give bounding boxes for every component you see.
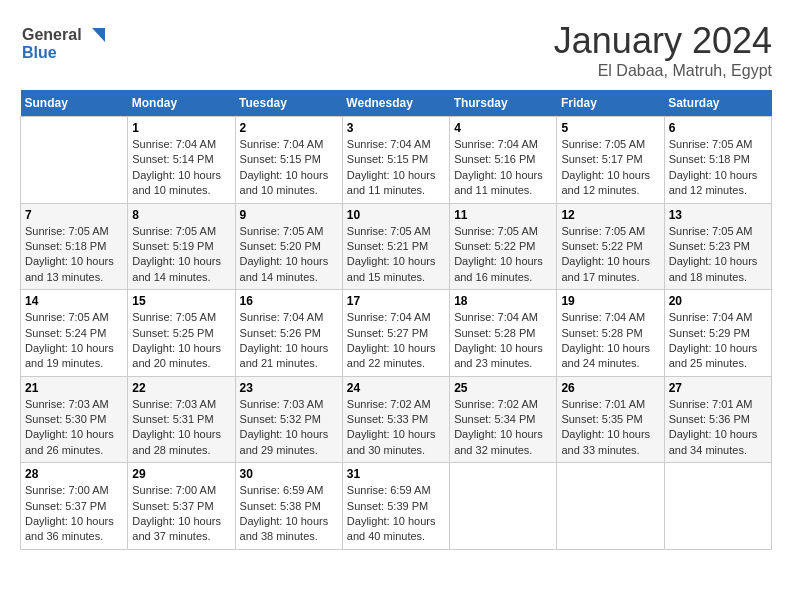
weekday-header-thursday: Thursday [450,90,557,117]
day-number: 2 [240,121,338,135]
day-info: Sunrise: 6:59 AMSunset: 5:38 PMDaylight:… [240,483,338,545]
weekday-header-tuesday: Tuesday [235,90,342,117]
title-area: January 2024 El Dabaa, Matruh, Egypt [554,20,772,80]
day-number: 20 [669,294,767,308]
day-cell: 14Sunrise: 7:05 AMSunset: 5:24 PMDayligh… [21,290,128,377]
day-number: 12 [561,208,659,222]
day-cell: 12Sunrise: 7:05 AMSunset: 5:22 PMDayligh… [557,203,664,290]
day-number: 17 [347,294,445,308]
day-number: 25 [454,381,552,395]
day-cell: 31Sunrise: 6:59 AMSunset: 5:39 PMDayligh… [342,463,449,550]
day-info: Sunrise: 7:05 AMSunset: 5:23 PMDaylight:… [669,224,767,286]
week-row-1: 1Sunrise: 7:04 AMSunset: 5:14 PMDaylight… [21,117,772,204]
day-cell: 25Sunrise: 7:02 AMSunset: 5:34 PMDayligh… [450,376,557,463]
svg-text:General: General [22,26,82,43]
day-cell: 1Sunrise: 7:04 AMSunset: 5:14 PMDaylight… [128,117,235,204]
day-number: 15 [132,294,230,308]
day-info: Sunrise: 7:04 AMSunset: 5:14 PMDaylight:… [132,137,230,199]
day-info: Sunrise: 7:05 AMSunset: 5:19 PMDaylight:… [132,224,230,286]
day-info: Sunrise: 7:04 AMSunset: 5:26 PMDaylight:… [240,310,338,372]
day-info: Sunrise: 7:04 AMSunset: 5:27 PMDaylight:… [347,310,445,372]
week-row-2: 7Sunrise: 7:05 AMSunset: 5:18 PMDaylight… [21,203,772,290]
calendar-table: SundayMondayTuesdayWednesdayThursdayFrid… [20,90,772,550]
day-info: Sunrise: 7:04 AMSunset: 5:15 PMDaylight:… [240,137,338,199]
day-number: 27 [669,381,767,395]
svg-text:Blue: Blue [22,44,57,61]
day-number: 18 [454,294,552,308]
day-cell: 30Sunrise: 6:59 AMSunset: 5:38 PMDayligh… [235,463,342,550]
day-cell: 21Sunrise: 7:03 AMSunset: 5:30 PMDayligh… [21,376,128,463]
day-number: 30 [240,467,338,481]
day-info: Sunrise: 7:05 AMSunset: 5:25 PMDaylight:… [132,310,230,372]
day-info: Sunrise: 7:03 AMSunset: 5:32 PMDaylight:… [240,397,338,459]
day-info: Sunrise: 7:04 AMSunset: 5:29 PMDaylight:… [669,310,767,372]
day-number: 6 [669,121,767,135]
svg-marker-1 [92,28,105,42]
day-info: Sunrise: 7:05 AMSunset: 5:24 PMDaylight:… [25,310,123,372]
day-cell: 27Sunrise: 7:01 AMSunset: 5:36 PMDayligh… [664,376,771,463]
day-info: Sunrise: 7:05 AMSunset: 5:22 PMDaylight:… [561,224,659,286]
weekday-header-saturday: Saturday [664,90,771,117]
day-info: Sunrise: 7:05 AMSunset: 5:17 PMDaylight:… [561,137,659,199]
day-number: 5 [561,121,659,135]
day-cell [664,463,771,550]
day-number: 14 [25,294,123,308]
day-info: Sunrise: 7:05 AMSunset: 5:18 PMDaylight:… [669,137,767,199]
day-number: 28 [25,467,123,481]
day-info: Sunrise: 7:02 AMSunset: 5:33 PMDaylight:… [347,397,445,459]
day-cell: 15Sunrise: 7:05 AMSunset: 5:25 PMDayligh… [128,290,235,377]
day-info: Sunrise: 7:04 AMSunset: 5:16 PMDaylight:… [454,137,552,199]
day-number: 24 [347,381,445,395]
day-number: 16 [240,294,338,308]
day-info: Sunrise: 7:05 AMSunset: 5:21 PMDaylight:… [347,224,445,286]
day-info: Sunrise: 7:04 AMSunset: 5:28 PMDaylight:… [561,310,659,372]
day-cell: 10Sunrise: 7:05 AMSunset: 5:21 PMDayligh… [342,203,449,290]
day-cell: 2Sunrise: 7:04 AMSunset: 5:15 PMDaylight… [235,117,342,204]
month-title: January 2024 [554,20,772,62]
day-info: Sunrise: 6:59 AMSunset: 5:39 PMDaylight:… [347,483,445,545]
day-cell: 17Sunrise: 7:04 AMSunset: 5:27 PMDayligh… [342,290,449,377]
day-info: Sunrise: 7:00 AMSunset: 5:37 PMDaylight:… [25,483,123,545]
day-cell [21,117,128,204]
day-info: Sunrise: 7:01 AMSunset: 5:36 PMDaylight:… [669,397,767,459]
day-number: 8 [132,208,230,222]
day-info: Sunrise: 7:04 AMSunset: 5:15 PMDaylight:… [347,137,445,199]
logo-text: General Blue [20,20,130,69]
day-cell: 28Sunrise: 7:00 AMSunset: 5:37 PMDayligh… [21,463,128,550]
day-number: 13 [669,208,767,222]
day-number: 19 [561,294,659,308]
day-cell: 4Sunrise: 7:04 AMSunset: 5:16 PMDaylight… [450,117,557,204]
day-info: Sunrise: 7:05 AMSunset: 5:20 PMDaylight:… [240,224,338,286]
day-number: 21 [25,381,123,395]
page-header: General Blue January 2024 El Dabaa, Matr… [20,20,772,80]
day-number: 10 [347,208,445,222]
day-cell: 26Sunrise: 7:01 AMSunset: 5:35 PMDayligh… [557,376,664,463]
day-cell: 8Sunrise: 7:05 AMSunset: 5:19 PMDaylight… [128,203,235,290]
day-cell: 13Sunrise: 7:05 AMSunset: 5:23 PMDayligh… [664,203,771,290]
weekday-header-wednesday: Wednesday [342,90,449,117]
day-cell [557,463,664,550]
day-cell: 23Sunrise: 7:03 AMSunset: 5:32 PMDayligh… [235,376,342,463]
day-cell: 22Sunrise: 7:03 AMSunset: 5:31 PMDayligh… [128,376,235,463]
day-cell: 11Sunrise: 7:05 AMSunset: 5:22 PMDayligh… [450,203,557,290]
weekday-header-row: SundayMondayTuesdayWednesdayThursdayFrid… [21,90,772,117]
weekday-header-monday: Monday [128,90,235,117]
day-cell: 16Sunrise: 7:04 AMSunset: 5:26 PMDayligh… [235,290,342,377]
day-cell: 6Sunrise: 7:05 AMSunset: 5:18 PMDaylight… [664,117,771,204]
day-info: Sunrise: 7:03 AMSunset: 5:31 PMDaylight:… [132,397,230,459]
day-cell: 20Sunrise: 7:04 AMSunset: 5:29 PMDayligh… [664,290,771,377]
day-number: 11 [454,208,552,222]
day-cell: 29Sunrise: 7:00 AMSunset: 5:37 PMDayligh… [128,463,235,550]
day-number: 9 [240,208,338,222]
day-number: 3 [347,121,445,135]
day-number: 31 [347,467,445,481]
day-info: Sunrise: 7:05 AMSunset: 5:18 PMDaylight:… [25,224,123,286]
day-info: Sunrise: 7:01 AMSunset: 5:35 PMDaylight:… [561,397,659,459]
day-info: Sunrise: 7:02 AMSunset: 5:34 PMDaylight:… [454,397,552,459]
location-title: El Dabaa, Matruh, Egypt [554,62,772,80]
day-number: 4 [454,121,552,135]
weekday-header-friday: Friday [557,90,664,117]
day-number: 1 [132,121,230,135]
day-info: Sunrise: 7:00 AMSunset: 5:37 PMDaylight:… [132,483,230,545]
day-cell: 19Sunrise: 7:04 AMSunset: 5:28 PMDayligh… [557,290,664,377]
